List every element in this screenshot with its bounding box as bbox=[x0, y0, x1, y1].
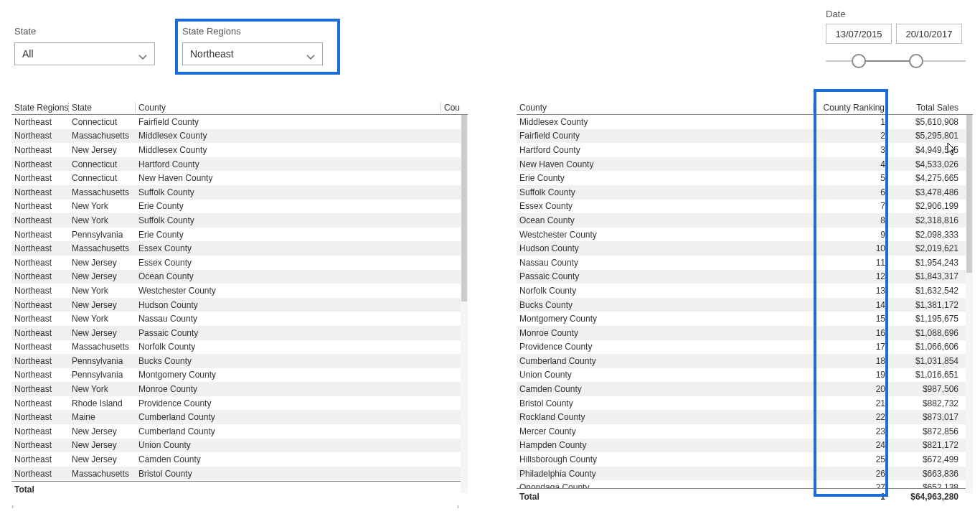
horizontal-scrollbar[interactable]: ‹ › bbox=[11, 502, 459, 510]
region-dropdown[interactable]: Northeast bbox=[182, 42, 323, 65]
table-row[interactable]: Onondaga County27$652,138 bbox=[517, 480, 973, 488]
date-to-input[interactable]: 20/10/2017 bbox=[896, 24, 962, 44]
slider-handle-from[interactable] bbox=[852, 54, 866, 68]
table-row[interactable]: Mercer County23$872,856 bbox=[517, 424, 973, 439]
table-row[interactable]: NortheastMassachusettsNorfolk County bbox=[11, 340, 468, 355]
table-row[interactable]: NortheastNew JerseyCamden County bbox=[11, 452, 468, 467]
table-row[interactable]: NortheastPennsylvaniaBucks County bbox=[11, 354, 468, 368]
table-row[interactable]: Cumberland County18$1,031,854 bbox=[517, 354, 973, 368]
table-row[interactable]: NortheastMaineCumberland County bbox=[11, 410, 468, 424]
region-filter-label: State Regions bbox=[182, 26, 323, 37]
right-total-sales: $64,963,280 bbox=[888, 492, 961, 502]
date-label: Date bbox=[826, 9, 966, 19]
table-row[interactable]: NortheastConnecticutFairfield County bbox=[11, 115, 468, 129]
table-row[interactable]: Erie County5$4,275,665 bbox=[517, 171, 973, 185]
table-row[interactable]: Nassau County11$1,954,243 bbox=[517, 256, 973, 270]
vertical-scrollbar[interactable] bbox=[966, 115, 973, 493]
sort-asc-icon: ▲ bbox=[460, 106, 461, 112]
right-table: County County Ranking Total Sales Middle… bbox=[517, 99, 973, 510]
table-row[interactable]: NortheastMassachusettsBristol County bbox=[11, 467, 468, 481]
state-dropdown-value: All bbox=[22, 48, 34, 60]
table-row[interactable]: Providence County17$1,066,606 bbox=[517, 340, 973, 355]
right-total-rank: 1 bbox=[814, 492, 888, 502]
col-county[interactable]: County bbox=[136, 103, 441, 113]
table-row[interactable]: NortheastConnecticutHartford County bbox=[11, 157, 468, 172]
table-row[interactable]: Fairfield County2$5,295,801 bbox=[517, 129, 973, 144]
chevron-down-icon bbox=[138, 51, 147, 57]
table-row[interactable]: Ocean County8$2,318,816 bbox=[517, 213, 973, 228]
table-row[interactable]: Montgomery County15$1,195,675 bbox=[517, 312, 973, 326]
left-table: State Regions State County Cou▲ Northeas… bbox=[11, 99, 468, 510]
col-county-right[interactable]: County bbox=[517, 103, 814, 113]
scroll-right-icon[interactable]: › bbox=[457, 502, 459, 510]
state-dropdown[interactable]: All bbox=[14, 42, 155, 65]
table-row[interactable]: NortheastNew YorkWestchester County bbox=[11, 284, 468, 298]
table-row[interactable]: Middlesex County1$5,610,908 bbox=[517, 115, 973, 129]
chevron-down-icon bbox=[306, 51, 315, 57]
table-row[interactable]: NortheastPennsylvaniaMontgomery County bbox=[11, 368, 468, 383]
table-row[interactable]: Monroe County16$1,088,696 bbox=[517, 326, 973, 340]
table-row[interactable]: Philadelphia County26$663,836 bbox=[517, 467, 973, 481]
left-table-header: State Regions State County Cou▲ bbox=[11, 99, 468, 115]
table-row[interactable]: NortheastNew JerseyMiddlesex County bbox=[11, 143, 468, 157]
table-row[interactable]: NortheastMassachusettsMiddlesex County bbox=[11, 129, 468, 144]
vertical-scrollbar[interactable] bbox=[461, 115, 468, 493]
table-row[interactable]: NortheastRhode IslandProvidence County bbox=[11, 396, 468, 411]
date-from-input[interactable]: 13/07/2015 bbox=[826, 24, 892, 44]
region-dropdown-value: Northeast bbox=[190, 48, 234, 60]
table-row[interactable]: NortheastNew YorkSuffolk County bbox=[11, 213, 468, 228]
table-row[interactable]: Bristol County21$882,732 bbox=[517, 396, 973, 411]
table-row[interactable]: Suffolk County6$3,478,486 bbox=[517, 185, 973, 200]
table-row[interactable]: NortheastNew YorkMonroe County bbox=[11, 382, 468, 396]
right-total-label: Total bbox=[517, 492, 814, 502]
table-row[interactable]: Camden County20$987,506 bbox=[517, 382, 973, 396]
table-row[interactable]: Rockland County22$873,017 bbox=[517, 410, 973, 424]
state-filter-label: State bbox=[14, 26, 155, 37]
table-row[interactable]: NortheastNew JerseyCumberland County bbox=[11, 424, 468, 439]
table-row[interactable]: NortheastNew JerseyEssex County bbox=[11, 256, 468, 270]
right-table-header: County County Ranking Total Sales bbox=[517, 99, 973, 115]
date-slider[interactable] bbox=[826, 54, 966, 68]
table-row[interactable]: Hudson County10$2,019,621 bbox=[517, 241, 973, 256]
col-truncated[interactable]: Cou▲ bbox=[441, 103, 461, 113]
col-total-sales[interactable]: Total Sales bbox=[888, 103, 961, 113]
col-state[interactable]: State bbox=[69, 103, 136, 113]
table-row[interactable]: NortheastConnecticutNew Haven County bbox=[11, 171, 468, 185]
table-row[interactable]: New Haven County4$4,533,026 bbox=[517, 157, 973, 172]
col-state-regions[interactable]: State Regions bbox=[11, 103, 69, 113]
table-row[interactable]: NortheastPennsylvaniaErie County bbox=[11, 228, 468, 242]
table-row[interactable]: NortheastMassachusettsEssex County bbox=[11, 241, 468, 256]
table-row[interactable]: NortheastNew JerseyUnion County bbox=[11, 439, 468, 453]
col-county-ranking[interactable]: County Ranking bbox=[814, 103, 888, 113]
table-row[interactable]: NortheastMassachusettsSuffolk County bbox=[11, 185, 468, 200]
table-row[interactable]: Hampden County24$821,172 bbox=[517, 439, 973, 453]
table-row[interactable]: NortheastNew YorkNassau County bbox=[11, 312, 468, 326]
left-total-label: Total bbox=[11, 485, 69, 495]
table-row[interactable]: NortheastNew YorkErie County bbox=[11, 200, 468, 214]
table-row[interactable]: NortheastNew JerseyOcean County bbox=[11, 270, 468, 284]
table-row[interactable]: Passaic County12$1,843,317 bbox=[517, 270, 973, 284]
table-row[interactable]: Bucks County14$1,381,172 bbox=[517, 298, 973, 312]
table-row[interactable]: NortheastNew JerseyPassaic County bbox=[11, 326, 468, 340]
table-row[interactable]: Essex County7$2,906,199 bbox=[517, 200, 973, 214]
slider-handle-to[interactable] bbox=[909, 54, 923, 68]
table-row[interactable]: NortheastNew JerseyHudson County bbox=[11, 298, 468, 312]
scroll-left-icon[interactable]: ‹ bbox=[11, 502, 14, 510]
table-row[interactable]: Hillsborough County25$672,499 bbox=[517, 452, 973, 467]
table-row[interactable]: Norfolk County13$1,632,542 bbox=[517, 284, 973, 298]
table-row[interactable]: Union County19$1,016,651 bbox=[517, 368, 973, 383]
table-row[interactable]: Hartford County3$4,949,545 bbox=[517, 143, 973, 157]
table-row[interactable]: Westchester County9$2,098,333 bbox=[517, 228, 973, 242]
